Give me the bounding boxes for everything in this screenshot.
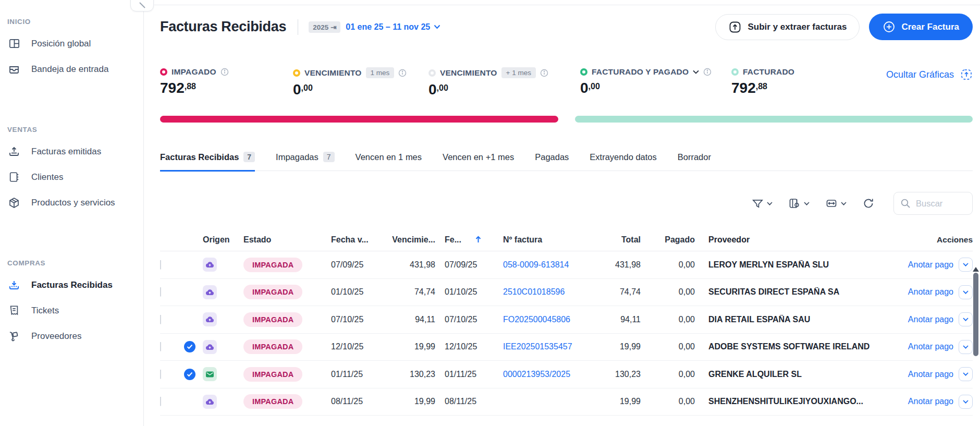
unpaid-bar [160,116,558,123]
column-width-button[interactable] [825,197,847,210]
row-checkbox[interactable] [160,315,161,324]
upload-invoices-button[interactable]: Subir y extraer facturas [715,14,860,40]
row-checkbox[interactable] [160,370,161,379]
vertical-scrollbar[interactable] [973,267,979,426]
cell-total: 130,23 [582,370,641,379]
anotar-pago-link[interactable]: Anotar pago [908,260,953,270]
col-proveedor[interactable]: Proveedor [695,235,883,245]
invoice-number-link[interactable]: 2510C01018596 [503,287,565,296]
sidebar-item-proveedores[interactable]: Proveedores [7,323,143,349]
sidebar-item-tickets[interactable]: Tickets [7,298,143,323]
table-toolbar [160,192,973,215]
cell-fecha-v: 07/09/25 [331,260,389,270]
col-fe[interactable]: Fe... [435,235,489,245]
info-icon[interactable] [398,69,407,77]
tab-label: Extrayendo datos [590,152,656,162]
info-icon[interactable] [540,69,548,77]
sidebar-item-facturas-recibidas[interactable]: Facturas Recibidas [7,272,143,298]
col-factura[interactable]: Nº factura [489,235,582,245]
cell-total: 19,99 [582,342,641,351]
status-badge: IMPAGADA [243,339,302,354]
anotar-pago-link[interactable]: Anotar pago [908,315,953,324]
sidebar-item-posicion-global[interactable]: Posición global [7,31,143,56]
tab-count-badge: 7 [243,152,255,162]
card-facturado: FACTURADO 792 ,88 [731,67,862,95]
row-actions-dropdown-button[interactable] [959,285,973,299]
row-actions-dropdown-button[interactable] [959,367,973,381]
value-integer: 0 [293,82,301,97]
sort-ascending-icon[interactable] [475,236,482,244]
cloud-origin-icon [203,340,217,354]
sidebar-section-ventas: VENTAS [7,126,143,133]
row-checkbox[interactable] [160,342,161,351]
filter-button[interactable] [752,198,773,210]
sidebar-item-facturas-emitidas[interactable]: Facturas emitidas [7,139,143,164]
sidebar-item-bandeja-entrada[interactable]: Bandeja de entrada [7,56,143,82]
sidebar-item-clientes[interactable]: Clientes [7,164,143,190]
invoice-number-link[interactable]: 058-0009-613814 [503,260,569,269]
row-actions-dropdown-button[interactable] [959,340,973,354]
cell-fe: 07/10/25 [435,315,489,324]
sidebar-item-label: Facturas Recibidas [31,280,113,290]
row-actions-dropdown-button[interactable] [959,312,973,326]
invoice-number-link[interactable]: 0000213953/2025 [503,370,570,379]
value-decimals: ,00 [437,83,448,93]
row-checkbox[interactable] [160,287,161,297]
anotar-pago-link[interactable]: Anotar pago [908,397,953,406]
tab-pagadas[interactable]: Pagadas [535,152,569,172]
scrollbar-thumb[interactable] [973,273,978,356]
search-box[interactable] [893,192,973,215]
cell-proveedor: DIA RETAIL ESPAÑA SAU [695,315,883,324]
cell-vencimiento: 431,98 [389,260,435,270]
cell-vencimiento: 130,23 [389,370,435,379]
cell-fe: 12/10/25 [435,342,489,351]
create-invoice-button[interactable]: Crear Factura [869,14,973,40]
package-icon [7,196,21,210]
col-total[interactable]: Total [582,235,641,245]
anotar-pago-link[interactable]: Anotar pago [908,287,953,297]
row-checkbox[interactable] [160,397,161,406]
card-label: FACTURADO Y PAGADO [592,67,689,77]
refresh-button[interactable] [862,197,875,210]
value-integer: 0 [580,81,589,95]
value-decimals: ,88 [185,82,196,91]
sidebar-item-label: Tickets [31,306,59,316]
sidebar-item-productos-servicios[interactable]: Productos y servicios [7,190,143,215]
upload-icon [728,20,742,34]
chevron-down-icon[interactable] [693,70,699,74]
info-icon[interactable] [703,68,712,76]
sidebar-collapse-button[interactable] [130,0,154,11]
col-pagado[interactable]: Pagado [641,235,695,245]
tab-facturas-recibidas[interactable]: Facturas Recibidas 7 [160,152,255,172]
info-icon[interactable] [220,68,229,76]
col-vencimiento[interactable]: Vencimie... [389,235,435,245]
tab-vencen-plus1mes[interactable]: Vencen en +1 mes [443,152,514,172]
sidebar: INICIO Posición global Bandeja de entrad… [0,0,144,426]
anotar-pago-link[interactable]: Anotar pago [908,342,953,351]
tab-impagadas[interactable]: Impagadas 7 [276,152,334,172]
col-fecha-v[interactable]: Fecha v... [331,235,389,245]
tab-borrador[interactable]: Borrador [678,152,711,172]
row-checkbox[interactable] [160,260,161,270]
anotar-pago-link[interactable]: Anotar pago [908,370,953,379]
columns-button[interactable] [788,197,810,210]
tab-label: Pagadas [535,152,569,162]
status-badge: IMPAGADA [243,258,302,272]
invoice-number-link[interactable]: FO202500045806 [503,315,570,324]
scrollbar-up-arrow[interactable] [973,267,979,272]
card-chip: 1 mes [366,67,395,78]
date-range-selector[interactable]: 01 ene 25 – 11 nov 25 [346,22,440,32]
table-header-row: Origen Estado Fecha v... Vencimie... Fe.… [160,228,973,251]
search-input[interactable] [916,199,963,209]
tab-vencen-1mes[interactable]: Vencen en 1 mes [356,152,422,172]
col-origen[interactable]: Origen [203,235,243,245]
chevron-down-icon [841,202,847,205]
tab-extrayendo-datos[interactable]: Extrayendo datos [590,152,656,172]
chevron-down-icon [963,318,969,321]
hide-charts-link[interactable]: Ocultar Gráficas [886,67,973,81]
year-chip[interactable]: 2025 ⇥ [309,21,340,33]
col-estado[interactable]: Estado [243,235,331,245]
row-actions-dropdown-button[interactable] [959,395,973,409]
invoice-number-link[interactable]: IEE202501535457 [503,342,572,351]
row-actions-dropdown-button[interactable] [959,258,973,272]
